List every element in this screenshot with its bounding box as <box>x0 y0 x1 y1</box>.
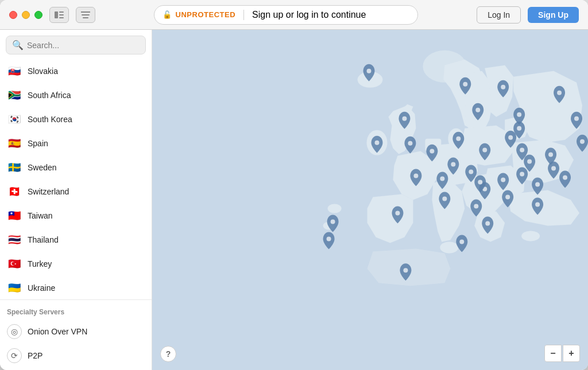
country-name-label: South Korea <box>28 115 145 124</box>
svg-point-44 <box>548 153 553 157</box>
toolbar-center: 🔓 UNPROTECTED Sign up or log in to conti… <box>102 5 470 25</box>
svg-point-55 <box>403 268 408 272</box>
status-divider <box>243 10 244 20</box>
country-name-label: Turkey <box>28 259 145 268</box>
specialty-header: Specialty Servers <box>0 306 152 320</box>
svg-point-30 <box>413 174 418 178</box>
status-message: Sign up or log in to continue <box>252 10 366 20</box>
country-item-south-africa[interactable]: 🇿🇦South Africa <box>0 83 152 107</box>
country-item-ukraine[interactable]: 🇺🇦Ukraine <box>0 276 152 299</box>
svg-point-46 <box>395 211 400 215</box>
map-help-button[interactable]: ? <box>160 346 176 362</box>
zoom-out-button[interactable]: − <box>544 345 562 362</box>
country-item-turkey[interactable]: 🇹🇷Turkey <box>0 252 152 276</box>
svg-point-43 <box>517 126 521 131</box>
svg-point-34 <box>501 178 505 182</box>
svg-rect-2 <box>59 14 64 15</box>
status-bar: 🔓 UNPROTECTED Sign up or log in to conti… <box>154 5 418 25</box>
flag-icon: 🇨🇭 <box>7 184 22 199</box>
country-name-label: Ukraine <box>28 283 145 293</box>
svg-rect-1 <box>59 11 64 13</box>
svg-point-26 <box>430 149 434 154</box>
country-name-label: Thailand <box>28 235 145 244</box>
svg-point-29 <box>508 135 513 140</box>
search-icon: 🔍 <box>12 40 24 50</box>
flag-icon: 🇹🇷 <box>7 256 22 271</box>
svg-rect-0 <box>55 11 58 18</box>
svg-point-47 <box>474 204 478 208</box>
flag-icon: 🇸🇪 <box>7 160 22 175</box>
svg-point-28 <box>482 148 487 153</box>
svg-point-16 <box>521 231 540 241</box>
zoom-in-button[interactable]: + <box>563 345 580 362</box>
country-item-taiwan[interactable]: 🇹🇼Taiwan <box>0 204 152 228</box>
country-item-spain[interactable]: 🇪🇸Spain <box>0 131 152 155</box>
svg-point-41 <box>331 219 335 224</box>
sidebar-toggle-button[interactable] <box>49 7 69 23</box>
svg-point-21 <box>574 116 579 121</box>
svg-point-17 <box>367 69 372 73</box>
svg-point-33 <box>527 159 532 164</box>
specialty-item-label: Onion Over VPN <box>28 327 87 336</box>
onion-icon: ◎ <box>7 324 22 339</box>
svg-point-32 <box>469 170 473 174</box>
search-box[interactable]: 🔍 <box>6 36 146 54</box>
svg-point-52 <box>478 180 482 185</box>
close-button[interactable] <box>9 11 17 19</box>
sidebar: 🔍 🇸🇰Slovakia🇿🇦South Africa🇰🇷South Korea🇪… <box>0 30 152 370</box>
search-input[interactable] <box>27 41 140 50</box>
svg-point-25 <box>456 137 461 141</box>
specialty-item-label: P2P <box>28 351 42 360</box>
titlebar: 🔓 UNPROTECTED Sign up or log in to conti… <box>0 0 588 30</box>
country-name-label: South Africa <box>28 91 145 100</box>
login-button[interactable]: Log In <box>477 6 521 24</box>
country-name-label: Sweden <box>28 163 145 172</box>
specialty-item-p2p[interactable]: ⟳P2P <box>0 344 152 368</box>
flag-icon: 🇰🇷 <box>7 112 22 127</box>
svg-point-45 <box>563 176 567 180</box>
svg-point-20 <box>557 91 562 95</box>
p2p-icon: ⟳ <box>7 348 22 363</box>
flag-icon: 🇪🇸 <box>7 136 22 151</box>
flag-icon: 🇿🇦 <box>7 88 22 103</box>
country-name-label: Taiwan <box>28 211 145 220</box>
filter-button[interactable] <box>76 7 95 23</box>
country-item-slovakia[interactable]: 🇸🇰Slovakia <box>0 59 152 83</box>
svg-point-42 <box>327 236 331 241</box>
svg-point-56 <box>580 139 585 144</box>
svg-point-53 <box>520 148 524 153</box>
minimize-button[interactable] <box>22 11 30 19</box>
map-zoom-controls: − + <box>544 345 580 362</box>
svg-point-18 <box>463 82 467 87</box>
maximize-button[interactable] <box>34 11 42 19</box>
flag-icon: 🇹🇼 <box>7 208 22 223</box>
svg-point-14 <box>328 204 342 213</box>
country-name-label: Slovakia <box>28 67 145 76</box>
country-item-thailand[interactable]: 🇹🇭Thailand <box>0 228 152 252</box>
svg-point-50 <box>475 108 480 112</box>
country-name-label: Spain <box>28 139 145 148</box>
flag-icon: 🇹🇭 <box>7 232 22 247</box>
svg-point-39 <box>535 202 540 207</box>
country-name-label: Switzerland <box>28 187 145 196</box>
svg-point-23 <box>402 116 407 121</box>
map-svg <box>152 30 588 370</box>
app-window: 🔓 UNPROTECTED Sign up or log in to conti… <box>0 0 588 370</box>
country-item-switzerland[interactable]: 🇨🇭Switzerland <box>0 180 152 204</box>
svg-point-13 <box>440 242 458 253</box>
country-item-sweden[interactable]: 🇸🇪Sweden <box>0 155 152 180</box>
unprotected-label: UNPROTECTED <box>176 10 235 19</box>
flag-icon: 🇺🇦 <box>7 281 22 295</box>
svg-point-27 <box>451 162 455 167</box>
svg-point-31 <box>440 177 444 181</box>
svg-rect-3 <box>59 17 64 18</box>
signup-button[interactable]: Sign Up <box>528 7 579 23</box>
svg-point-37 <box>442 197 447 201</box>
unprotected-status: 🔓 UNPROTECTED <box>163 10 235 19</box>
country-item-south-korea[interactable]: 🇰🇷South Korea <box>0 107 152 131</box>
svg-point-38 <box>485 221 490 225</box>
svg-point-54 <box>551 166 556 171</box>
specialty-section: Specialty Servers ◎Onion Over VPN⟳P2P <box>0 299 152 370</box>
specialty-item-onion-over-vpn[interactable]: ◎Onion Over VPN <box>0 320 152 344</box>
flag-icon: 🇸🇰 <box>7 64 22 79</box>
